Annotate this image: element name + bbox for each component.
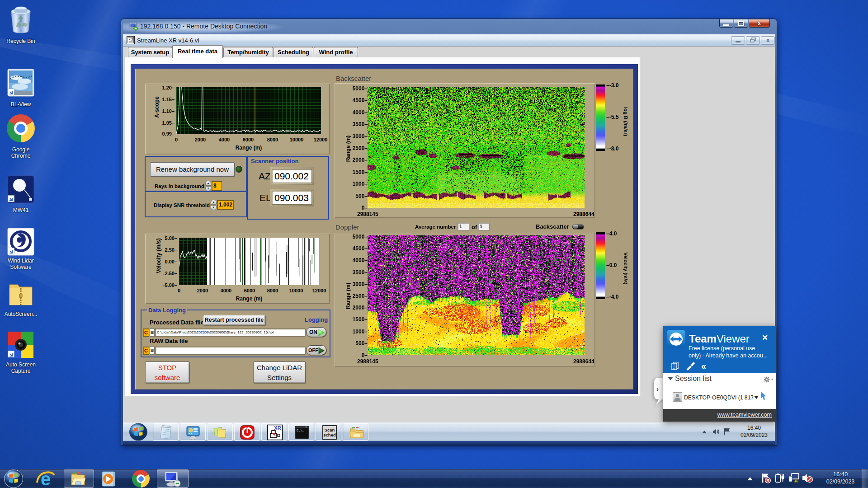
svg-text:›: › xyxy=(656,385,659,393)
svg-text:!: ! xyxy=(796,480,797,483)
svg-text:C:\_: C:\_ xyxy=(297,429,305,432)
svg-text:Scan: Scan xyxy=(325,427,335,432)
svg-text:XR: XR xyxy=(274,425,281,431)
svg-text:sched: sched xyxy=(323,432,336,437)
